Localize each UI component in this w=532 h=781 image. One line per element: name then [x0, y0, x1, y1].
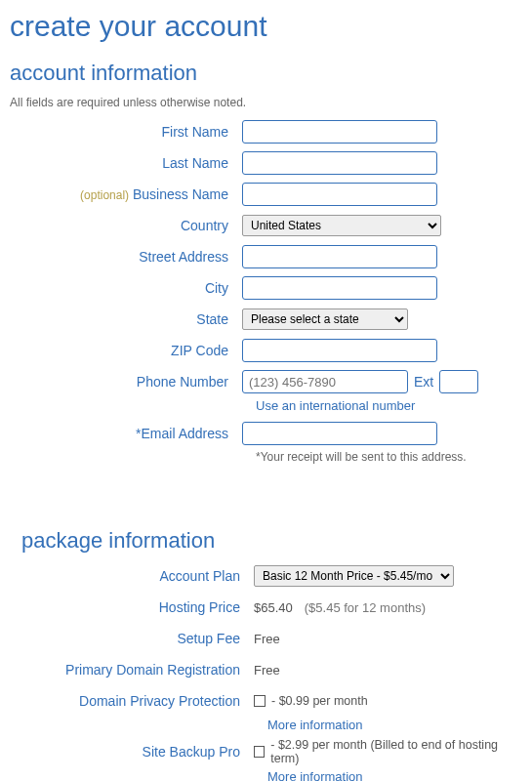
- domain-reg-value: Free: [254, 663, 511, 678]
- intl-number-link[interactable]: Use an international number: [256, 398, 522, 413]
- country-select[interactable]: United States: [242, 215, 441, 236]
- backup-more-info-link[interactable]: More information: [267, 769, 511, 781]
- country-label: Country: [10, 218, 242, 233]
- domain-reg-label: Primary Domain Registration: [21, 662, 254, 678]
- ext-label: Ext: [414, 374, 433, 390]
- page-title: create your account: [10, 10, 522, 43]
- required-note: All fields are required unless otherwise…: [10, 96, 522, 109]
- email-note: *Your receipt will be sent to this addre…: [256, 450, 522, 464]
- zip-input[interactable]: [242, 339, 437, 362]
- zip-label: ZIP Code: [10, 343, 242, 358]
- setup-fee-value: Free: [254, 632, 511, 646]
- hosting-price-detail: ($5.45 for 12 months): [305, 600, 426, 615]
- email-label: *Email Address: [10, 426, 242, 441]
- business-name-label: (optional) Business Name: [10, 186, 242, 202]
- first-name-input[interactable]: [242, 120, 437, 144]
- privacy-checkbox[interactable]: [254, 695, 266, 707]
- state-label: State: [10, 311, 242, 327]
- email-input[interactable]: [242, 422, 437, 445]
- optional-tag: (optional): [80, 188, 129, 202]
- last-name-label: Last Name: [10, 155, 242, 171]
- backup-label: Site Backup Pro: [21, 744, 254, 760]
- phone-label: Phone Number: [10, 374, 242, 390]
- backup-checkbox[interactable]: [254, 746, 265, 758]
- city-input[interactable]: [242, 276, 437, 300]
- backup-price: - $2.99 per month (Billed to end of host…: [270, 738, 511, 765]
- phone-input[interactable]: [242, 370, 408, 393]
- first-name-label: First Name: [10, 124, 242, 140]
- ext-input[interactable]: [439, 370, 478, 393]
- plan-select[interactable]: Basic 12 Month Price - $5.45/mo.: [254, 565, 454, 587]
- street-input[interactable]: [242, 245, 437, 268]
- state-select[interactable]: Please select a state: [242, 308, 408, 330]
- plan-label: Account Plan: [21, 568, 254, 584]
- hosting-price-label: Hosting Price: [21, 599, 254, 615]
- account-info-heading: account information: [10, 61, 522, 86]
- package-info-heading: package information: [21, 528, 511, 554]
- setup-fee-label: Setup Fee: [21, 631, 254, 646]
- privacy-more-info-link[interactable]: More information: [267, 718, 511, 732]
- hosting-price-value: $65.40: [254, 600, 293, 615]
- city-label: City: [10, 280, 242, 296]
- street-label: Street Address: [10, 249, 242, 265]
- privacy-label: Domain Privacy Protection: [21, 693, 254, 709]
- privacy-price: - $0.99 per month: [271, 694, 368, 708]
- business-name-input[interactable]: [242, 183, 437, 206]
- last-name-input[interactable]: [242, 151, 437, 175]
